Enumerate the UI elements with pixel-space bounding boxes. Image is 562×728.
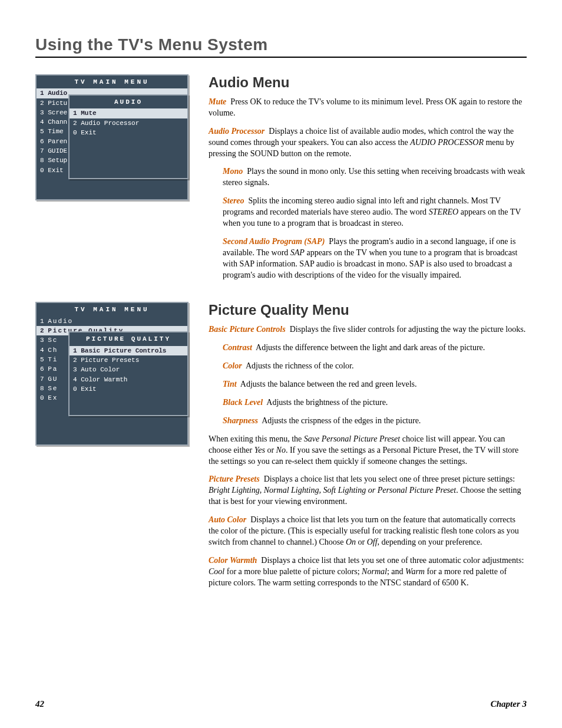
color-term: Color [223,361,242,370]
bpc-term: Basic Picture Controls [209,325,286,334]
contrast-term: Contrast [223,343,252,352]
osd-picture-quality: TV MAIN MENU 1 Audio 2 Picture Quality 3… [35,302,189,446]
footer: 42 Chapter 3 [35,699,527,709]
audio-section: TV MAIN MENU 1 Audio 2 Pictu 3 Scree 4 C… [35,74,527,288]
osd-main-title: TV MAIN MENU [37,303,187,316]
page-title: Using the TV's Menu System [35,35,527,54]
osd-sub-item: 3 Auto Color [70,365,187,374]
color-paragraph: Color Adjusts the richness of the color. [223,361,527,372]
sharpness-term: Sharpness [223,416,258,425]
sap-paragraph: Second Audio Program (SAP) Plays the pro… [223,236,527,281]
stereo-term: Stereo [223,196,244,205]
osd-sub-item: 0 Exit [70,384,187,394]
mute-paragraph: Mute Press OK to reduce the TV's volume … [209,97,527,119]
osd-main-title: TV MAIN MENU [37,75,187,88]
color-warmth-term: Color Warmth [209,556,257,565]
picture-presets-term: Picture Presets [209,475,260,483]
osd-sub-item: 2 Audio Processor [70,118,187,128]
osd-sub-title: AUDIO [70,95,187,108]
osd-audio: TV MAIN MENU 1 Audio 2 Pictu 3 Scree 4 C… [35,74,189,200]
auto-color-term: Auto Color [209,515,246,524]
tint-term: Tint [223,380,237,388]
mono-term: Mono [223,167,243,176]
exit-note-paragraph: When exiting this menu, the Save Persona… [209,434,527,467]
color-warmth-paragraph: Color Warmth Displays a choice list that… [209,555,527,589]
audio-processor-paragraph: Audio Processor Displays a choice list o… [209,126,527,160]
audio-processor-term: Audio Processor [209,127,265,136]
osd-sub-title: PICTURE QUALITY [70,332,187,345]
osd-sub-item: 0 Exit [70,128,187,137]
page-number: 42 [35,699,44,709]
tint-paragraph: Tint Adjusts the balance between the red… [223,379,527,390]
sharpness-paragraph: Sharpness Adjusts the crispness of the e… [223,416,527,427]
picture-presets-paragraph: Picture Presets Displays a choice list t… [209,474,527,508]
mute-term: Mute [209,97,226,106]
stereo-paragraph: Stereo Splits the incoming stereo audio … [223,196,527,229]
black-level-paragraph: Black Level Adjusts the brightness of th… [223,397,527,409]
black-level-term: Black Level [223,398,263,407]
bpc-paragraph: Basic Picture Controls Displays the five… [209,324,527,335]
osd-sub-menu: PICTURE QUALITY 1 Basic Picture Controls… [68,331,189,416]
osd-sub-menu: AUDIO 1 Mute 2 Audio Processor 0 Exit [68,94,189,179]
mono-paragraph: Mono Plays the sound in mono only. Use t… [223,166,527,189]
picture-quality-section: TV MAIN MENU 1 Audio 2 Picture Quality 3… [35,302,527,595]
osd-sub-item: 4 Color Warmth [70,375,187,384]
sap-term: Second Audio Program (SAP) [223,237,325,246]
contrast-paragraph: Contrast Adjusts the difference between … [223,342,527,354]
osd-sub-item: 2 Picture Presets [70,355,187,365]
picture-quality-heading: Picture Quality Menu [209,302,527,318]
auto-color-paragraph: Auto Color Displays a choice list that l… [209,515,527,548]
osd-sub-item: 1 Basic Picture Controls [70,346,187,355]
osd-item: 1 Audio [37,317,187,326]
header-rule [35,57,527,58]
chapter-label: Chapter 3 [491,699,527,709]
audio-heading: Audio Menu [209,74,527,91]
osd-sub-item: 1 Mute [70,108,187,118]
